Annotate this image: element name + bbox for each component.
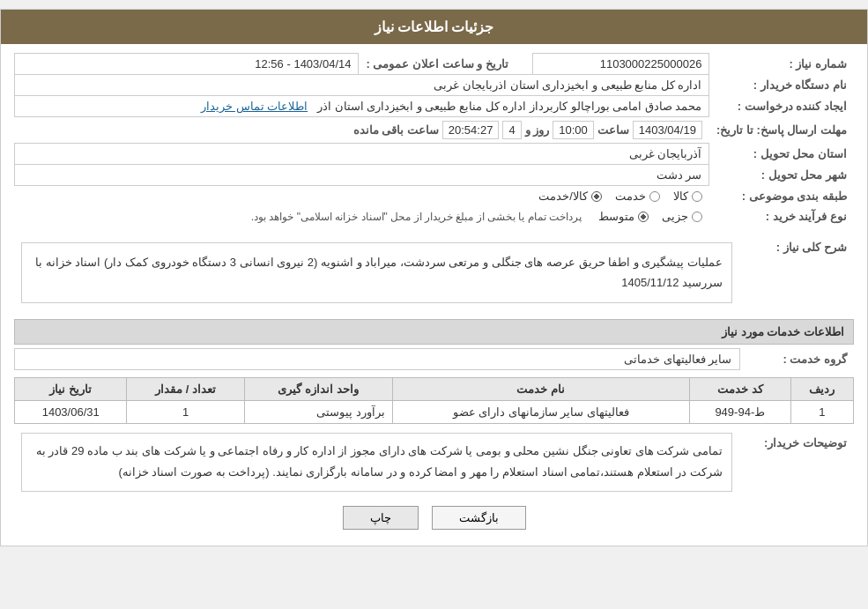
farayand-radio-group: جزیی متوسط (598, 210, 702, 223)
col-kod: کد خدمت (690, 377, 791, 400)
col-vahed: واحد اندازه گیری (244, 377, 392, 400)
dastgah-row: نام دستگاه خریدار : اداره کل منابع طبیعی… (15, 75, 855, 96)
table-body: 1 ط-94-949 فعالیتهای سایر سازمانهای دارا… (15, 400, 854, 423)
page-title: جزئیات اطلاعات نیاز (375, 19, 494, 34)
tarikh-value: 1403/04/19 (633, 121, 702, 139)
tarikh-aghaz-value: 1403/04/14 - 12:56 (15, 54, 359, 75)
radio-khedmat-label: خدمت (615, 189, 646, 203)
print-button[interactable]: چاپ (343, 506, 419, 530)
cell-kod: ط-94-949 (690, 400, 791, 423)
radio-kala-khedmat[interactable]: کالا/خدمت (538, 189, 602, 203)
goroh-row: گروه خدمت : سایر فعالیتهای خدماتی (15, 348, 855, 369)
goroh-label: گروه خدمت : (739, 348, 854, 369)
dastgah-label: نام دستگاه خریدار : (709, 75, 854, 96)
sharh-label: شرح کلی نیاز : (739, 234, 854, 312)
radio-kala-dot (692, 191, 702, 202)
radio-khedmat[interactable]: خدمت (615, 189, 660, 203)
ostan-value: آذربایجان غربی (15, 144, 709, 165)
ostan-row: استان محل تحویل : آذربایجان غربی (15, 144, 855, 165)
shomara-niaz-value: 1103000225000026 (533, 54, 709, 75)
farayand-row: نوع فرآیند خرید : جزیی متوسط (15, 206, 855, 227)
tabaqe-label: طبقه بندی موضوعی : (709, 186, 854, 207)
back-button[interactable]: بازگشت (432, 506, 526, 530)
mande-label: ساعت باقی مانده (353, 123, 439, 137)
main-container: جزئیات اطلاعات نیاز شماره نیاز : 1103000… (0, 9, 868, 546)
radio-kala-label: کالا (673, 189, 688, 203)
tawzih-label: توضیحات خریدار: (739, 429, 854, 495)
saat-value: 10:00 (553, 121, 594, 139)
col-tarikh: تاریخ نیاز (15, 377, 127, 400)
tarikh-aghaz-label: تاریخ و ساعت اعلان عمومی : (359, 54, 516, 75)
shahr-value: سر دشت (15, 165, 709, 186)
radio-motavasset-dot (638, 212, 649, 222)
goroh-table: گروه خدمت : سایر فعالیتهای خدماتی (14, 348, 854, 370)
col-radif: ردیف (790, 377, 853, 400)
mohlat-row-flex: 1403/04/19 ساعت 10:00 روز و 4 20:54:27 س… (22, 121, 702, 139)
tawzih-table: توضیحات خریدار: تمامی شرکت های تعاونی جن… (14, 429, 854, 495)
tabaqe-row: طبقه بندی موضوعی : کالا خدمت (15, 186, 855, 207)
tamas-link[interactable]: اطلاعات تماس خریدار (201, 100, 308, 113)
radio-khedmat-dot (649, 191, 660, 202)
col-nam: نام خدمت (392, 377, 689, 400)
khadamat-header: اطلاعات خدمات مورد نیاز (14, 319, 854, 345)
radio-motavasset[interactable]: متوسط (598, 210, 649, 223)
radio-kala[interactable]: کالا (673, 189, 702, 203)
goroh-value: سایر فعالیتهای خدماتی (15, 348, 740, 369)
ijad-value: محمد صادق امامی بوراچالو کاربرداز اداره … (15, 96, 709, 117)
ijad-label: ایجاد کننده درخواست : (709, 96, 854, 117)
page-header: جزئیات اطلاعات نیاز (1, 10, 867, 44)
shahr-row: شهر محل تحویل : سر دشت (15, 165, 855, 186)
radio-kala-khedmat-dot (591, 191, 602, 202)
radio-motavasset-label: متوسط (598, 210, 634, 223)
cell-vahed: برآورد پیوستی (244, 400, 392, 423)
farayand-flex: جزیی متوسط پرداخت تمام یا بخشی از مبلغ خ… (22, 210, 702, 223)
radio-jozi-label: جزیی (662, 210, 688, 223)
services-table: ردیف کد خدمت نام خدمت واحد اندازه گیری ت… (14, 377, 854, 424)
ostan-label: استان محل تحویل : (709, 144, 854, 165)
main-info-table: شماره نیاز : 1103000225000026 تاریخ و سا… (14, 53, 854, 227)
table-head: ردیف کد خدمت نام خدمت واحد اندازه گیری ت… (15, 377, 854, 400)
rooz-value: 4 (502, 121, 521, 139)
sharh-table: شرح کلی نیاز : عملیات پیشگیری و اطفا حری… (14, 234, 854, 312)
table-header-row: ردیف کد خدمت نام خدمت واحد اندازه گیری ت… (15, 377, 854, 400)
mohlat-row: مهلت ارسال پاسخ: تا تاریخ: 1403/04/19 سا… (15, 117, 855, 144)
rooz-label: روز و (525, 123, 550, 137)
khadamat-title: اطلاعات خدمات مورد نیاز (722, 325, 844, 338)
radio-jozi-dot (692, 212, 702, 222)
farayand-note: پرداخت تمام یا بخشی از مبلغ خریدار از مح… (251, 211, 582, 223)
tabaqe-radio-group: کالا خدمت کالا/خدمت (22, 189, 702, 203)
sharh-row: شرح کلی نیاز : عملیات پیشگیری و اطفا حری… (14, 234, 854, 312)
shomara-niaz-label: شماره نیاز : (709, 54, 854, 75)
shomara-row: شماره نیاز : 1103000225000026 تاریخ و سا… (15, 54, 855, 75)
saat-label: ساعت (597, 123, 629, 137)
dastgah-value: اداره کل منابع طبیعی و ابخیزداری استان ا… (15, 75, 709, 96)
ijad-row: ایجاد کننده درخواست : محمد صادق امامی بو… (15, 96, 855, 117)
radio-kala-khedmat-label: کالا/خدمت (538, 189, 588, 203)
cell-tarikh: 1403/06/31 (15, 400, 127, 423)
tawzih-row: توضیحات خریدار: تمامی شرکت های تعاونی جن… (14, 429, 854, 495)
mande-value: 20:54:27 (442, 121, 500, 139)
shahr-label: شهر محل تحویل : (709, 165, 854, 186)
radio-jozi[interactable]: جزیی (662, 210, 702, 223)
cell-radif: 1 (790, 400, 853, 423)
cell-tedad: 1 (127, 400, 244, 423)
col-tedad: تعداد / مقدار (127, 377, 244, 400)
table-row: 1 ط-94-949 فعالیتهای سایر سازمانهای دارا… (15, 400, 854, 423)
content-area: شماره نیاز : 1103000225000026 تاریخ و سا… (1, 44, 867, 546)
sharh-box: عملیات پیشگیری و اطفا حریق عرصه های جنگل… (21, 242, 732, 303)
button-row: بازگشت چاپ (14, 506, 854, 530)
tawzih-box: تمامی شرکت های تعاونی جنگل نشین محلی و ب… (21, 433, 732, 492)
farayand-label: نوع فرآیند خرید : (709, 206, 854, 227)
mohlat-label: مهلت ارسال پاسخ: تا تاریخ: (709, 117, 854, 144)
cell-nam: فعالیتهای سایر سازمانهای دارای عضو (392, 400, 689, 423)
